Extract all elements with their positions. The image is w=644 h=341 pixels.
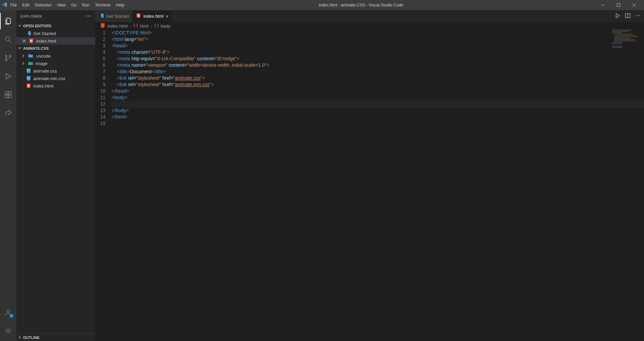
run-icon[interactable] [615, 13, 620, 20]
code-line[interactable]: </head> [112, 88, 644, 94]
tree-file-animate-min-css[interactable]: # animate.min.css [16, 75, 95, 82]
line-number: 12 [95, 101, 105, 107]
menu-terminal[interactable]: Terminal [92, 1, 113, 9]
sidebar-header: EXPLORER [16, 10, 95, 22]
line-number: 14 [95, 114, 105, 120]
code-line[interactable] [112, 101, 644, 107]
breadcrumb-label[interactable]: index.html [108, 24, 128, 29]
line-number: 15 [95, 120, 105, 127]
activity-search[interactable] [0, 31, 16, 48]
code-line[interactable]: <link rel="stylesheet" href="animate.css… [112, 75, 644, 81]
account-badge: 1 [9, 314, 14, 318]
menu-run[interactable]: Run [79, 1, 92, 9]
minimap[interactable] [612, 30, 639, 64]
activity-share[interactable] [0, 105, 16, 121]
activity-run-debug[interactable] [0, 68, 16, 84]
chevron-down-icon [18, 24, 22, 28]
menu-bar: File Edit Selection View Go Run Terminal… [7, 1, 127, 9]
activity-accounts[interactable]: 1 [0, 304, 16, 321]
maximize-button[interactable] [611, 0, 626, 10]
close-icon[interactable] [22, 38, 27, 44]
folder-icon [28, 53, 33, 59]
code-line[interactable]: <html lang="en"> [112, 36, 644, 43]
menu-view[interactable]: View [54, 1, 68, 9]
open-editor-get-started[interactable]: Get Started [16, 30, 95, 37]
svg-point-26 [639, 15, 640, 16]
menu-file[interactable]: File [7, 1, 19, 9]
code-line[interactable]: <title>Document</title> [112, 68, 644, 75]
code-line[interactable]: </body> [112, 107, 644, 114]
tab-index-html[interactable]: index.html × [132, 10, 172, 22]
menu-go[interactable]: Go [68, 1, 79, 9]
line-number: 3 [95, 43, 105, 49]
line-number: 7 [95, 68, 105, 75]
tree-item-label: animate.min.css [33, 76, 65, 81]
svg-rect-32 [614, 36, 639, 37]
menu-help[interactable]: Help [113, 1, 127, 9]
minimize-button[interactable] [595, 0, 611, 10]
line-number: 13 [95, 107, 105, 114]
code-line[interactable]: <meta name="viewport" content="width=dev… [112, 62, 644, 68]
tree-item-label: .vscode [35, 53, 51, 59]
tab-bar: Get Started index.html × [95, 10, 644, 22]
tree-file-index-html[interactable]: index.html [16, 82, 95, 90]
line-number: 4 [95, 49, 105, 56]
svg-point-7 [5, 59, 7, 61]
svg-rect-10 [5, 95, 8, 98]
html-file-icon [100, 23, 105, 29]
tree-folder-image[interactable]: image [16, 60, 95, 67]
line-gutter: 123456789101112131415 [95, 30, 112, 341]
code-line[interactable]: <head> [112, 43, 644, 49]
svg-point-25 [638, 15, 638, 16]
code-line[interactable]: <!DOCTYPE html> [112, 30, 644, 36]
project-label: ANIMATE.CSS [23, 46, 49, 50]
svg-rect-12 [9, 92, 11, 94]
outline-label: OUTLINE [23, 336, 39, 340]
activity-extensions[interactable] [0, 87, 16, 103]
svg-rect-29 [612, 32, 622, 33]
tree-folder-vscode[interactable]: .vscode [16, 52, 95, 60]
tree-item-label: index.html [33, 83, 53, 89]
open-editors-header[interactable]: OPEN EDITORS [16, 22, 95, 30]
code-line[interactable]: <meta charset="UTF-8"> [112, 49, 644, 56]
open-editor-label: Get Started [33, 31, 56, 36]
editor-body[interactable]: 123456789101112131415 <!DOCTYPE html><ht… [95, 30, 644, 341]
more-icon[interactable] [635, 13, 641, 20]
code-line[interactable] [112, 120, 644, 127]
activity-explorer[interactable] [0, 13, 16, 29]
open-editor-index-html[interactable]: index.html [16, 37, 95, 45]
tree-file-animate-css[interactable]: # animate.css [16, 67, 95, 75]
svg-line-5 [9, 41, 11, 43]
line-number: 2 [95, 36, 105, 43]
html-file-icon [26, 83, 31, 89]
menu-edit[interactable]: Edit [19, 1, 32, 9]
svg-point-16 [88, 15, 89, 16]
close-button[interactable] [626, 0, 642, 10]
code-line[interactable]: </html> [112, 114, 644, 120]
close-icon[interactable]: × [166, 14, 168, 19]
breadcrumbs[interactable]: index.html › html › body [95, 22, 644, 30]
svg-rect-37 [612, 43, 622, 44]
tab-get-started[interactable]: Get Started [95, 10, 132, 22]
activity-bar: 1 [0, 10, 16, 341]
project-header[interactable]: ANIMATE.CSS [16, 45, 95, 52]
outline-header[interactable]: OUTLINE [16, 334, 95, 341]
code-line[interactable]: <link rel="stylesheet" href="animate.min… [112, 81, 644, 88]
activity-source-control[interactable] [0, 50, 16, 66]
split-editor-icon[interactable] [625, 13, 630, 20]
css-file-icon: # [26, 68, 31, 74]
open-editors-label: OPEN EDITORS [23, 24, 51, 28]
line-number: 8 [95, 75, 105, 81]
sidebar-explorer: EXPLORER OPEN EDITORS Get Started ind [16, 10, 95, 341]
code-line[interactable]: <meta http-equiv="X-UA-Compatible" conte… [112, 56, 644, 62]
sidebar-more-icon[interactable] [86, 13, 91, 19]
menu-selection[interactable]: Selection [32, 1, 54, 9]
code-line[interactable]: <body> [112, 94, 644, 101]
breadcrumb-label[interactable]: body [161, 24, 170, 29]
line-number: 1 [95, 30, 105, 36]
code-content[interactable]: <!DOCTYPE html><html lang="en"><head> <m… [112, 30, 644, 341]
svg-rect-27 [612, 30, 632, 30]
activity-settings[interactable] [0, 323, 16, 339]
breadcrumb-label[interactable]: html [140, 24, 149, 29]
svg-point-24 [636, 15, 637, 16]
